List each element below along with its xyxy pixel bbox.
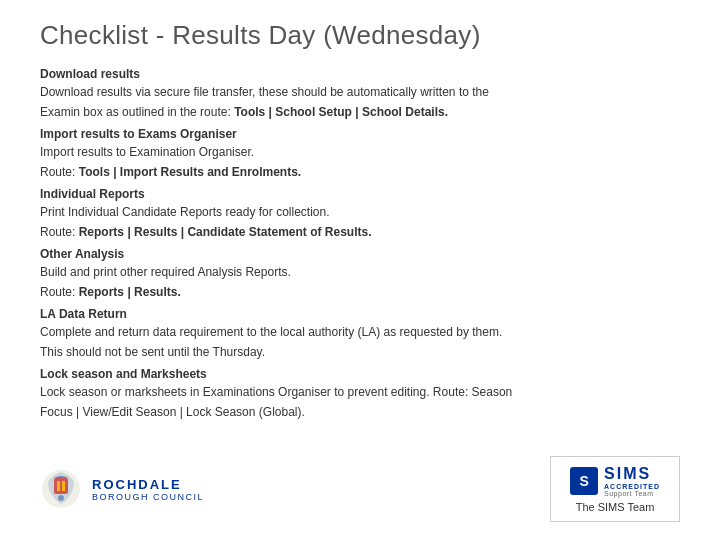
- sims-badge: S SIMS ACCREDITED Support Team The SIMS …: [550, 456, 680, 522]
- text-lock-2: Focus | View/Edit Season | Lock Season (…: [40, 403, 680, 421]
- sims-brand-name: SIMS: [604, 465, 660, 483]
- svg-point-4: [58, 495, 64, 501]
- bold-reports-route: Reports | Results | Candidate Statement …: [79, 225, 372, 239]
- rochdale-logo: ROCHDALE BOROUGH COUNCIL: [40, 468, 204, 510]
- content-area: Download results Download results via se…: [40, 65, 680, 421]
- sims-support-label: Support Team: [604, 490, 660, 497]
- heading-la-data-return: LA Data Return: [40, 305, 680, 323]
- text-import-1: Import results to Examination Organiser.: [40, 143, 680, 161]
- bold-tools-schoolsetup: Tools | School Setup | School Details.: [234, 105, 448, 119]
- text-import-2: Route: Tools | Import Results and Enrolm…: [40, 163, 680, 181]
- text-la-2: This should not be sent until the Thursd…: [40, 343, 680, 361]
- rochdale-council-name: ROCHDALE: [92, 477, 204, 492]
- text-download-2: Examin box as outlined in the route: Too…: [40, 103, 680, 121]
- sims-logo-area: S SIMS ACCREDITED Support Team: [570, 465, 660, 497]
- page-title: Checklist - Results Day (Wednesday): [40, 20, 680, 51]
- text-individual-2: Route: Reports | Results | Candidate Sta…: [40, 223, 680, 241]
- text-analysis-2: Route: Reports | Results.: [40, 283, 680, 301]
- page: Checklist - Results Day (Wednesday) Down…: [0, 0, 720, 540]
- bold-analysis-route: Reports | Results.: [79, 285, 181, 299]
- svg-rect-1: [54, 478, 68, 494]
- rochdale-council-sub: BOROUGH COUNCIL: [92, 492, 204, 502]
- text-lock-1: Lock season or marksheets in Examination…: [40, 383, 680, 401]
- sims-team-label: The SIMS Team: [576, 501, 655, 513]
- rochdale-emblem-icon: [40, 468, 82, 510]
- heading-lock-season: Lock season and Marksheets: [40, 365, 680, 383]
- bold-import-route: Tools | Import Results and Enrolments.: [79, 165, 302, 179]
- text-download-1: Download results via secure file transfe…: [40, 83, 680, 101]
- sims-text-block: SIMS ACCREDITED Support Team: [604, 465, 660, 497]
- text-individual-1: Print Individual Candidate Reports ready…: [40, 203, 680, 221]
- sims-accredited-label: ACCREDITED: [604, 483, 660, 490]
- heading-individual-reports: Individual Reports: [40, 185, 680, 203]
- text-la-1: Complete and return data requirement to …: [40, 323, 680, 341]
- svg-rect-2: [57, 481, 60, 491]
- sims-logo-icon: S: [570, 467, 598, 495]
- text-analysis-1: Build and print other required Analysis …: [40, 263, 680, 281]
- rochdale-text-block: ROCHDALE BOROUGH COUNCIL: [92, 477, 204, 502]
- heading-import-results: Import results to Exams Organiser: [40, 125, 680, 143]
- heading-other-analysis: Other Analysis: [40, 245, 680, 263]
- svg-rect-3: [62, 481, 65, 491]
- heading-download-results: Download results: [40, 65, 680, 83]
- footer-area: ROCHDALE BOROUGH COUNCIL S SIMS ACCREDIT…: [40, 456, 680, 522]
